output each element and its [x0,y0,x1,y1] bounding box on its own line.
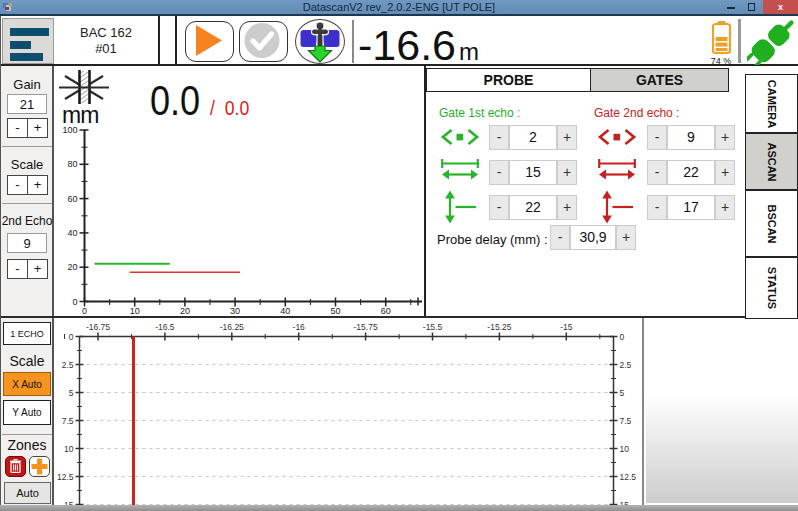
svg-text:60: 60 [381,306,391,316]
svg-text:0: 0 [82,306,87,316]
svg-text:5: 5 [620,388,625,398]
svg-text:2.5: 2.5 [62,360,74,370]
svg-text:12.5: 12.5 [57,472,74,482]
svg-text:100: 100 [62,125,77,135]
svg-text:-16.5: -16.5 [155,322,175,332]
svg-text:0: 0 [620,332,625,342]
svg-text:0: 0 [72,297,77,307]
svg-text:60: 60 [67,194,77,204]
svg-text:50: 50 [330,306,340,316]
svg-text:10: 10 [130,306,140,316]
svg-text:7.5: 7.5 [62,416,74,426]
svg-text:30: 30 [230,306,240,316]
svg-text:0: 0 [69,332,74,342]
svg-text:20: 20 [180,306,190,316]
svg-text:-15.25: -15.25 [487,322,511,332]
svg-text:12.5: 12.5 [620,472,637,482]
svg-text:5: 5 [69,388,74,398]
svg-text:7.5: 7.5 [620,416,632,426]
svg-text:40: 40 [280,306,290,316]
svg-text:10: 10 [64,444,74,454]
svg-text:10: 10 [620,444,630,454]
svg-text:-16: -16 [293,322,306,332]
svg-text:-16.25: -16.25 [220,322,244,332]
svg-text:20: 20 [67,262,77,272]
svg-text:80: 80 [67,159,77,169]
svg-text:-15: -15 [560,322,573,332]
svg-text:-15.75: -15.75 [354,322,378,332]
svg-text:-15.5: -15.5 [423,322,443,332]
svg-text:2.5: 2.5 [620,360,632,370]
svg-text:40: 40 [67,228,77,238]
svg-text:-16.75: -16.75 [86,322,110,332]
